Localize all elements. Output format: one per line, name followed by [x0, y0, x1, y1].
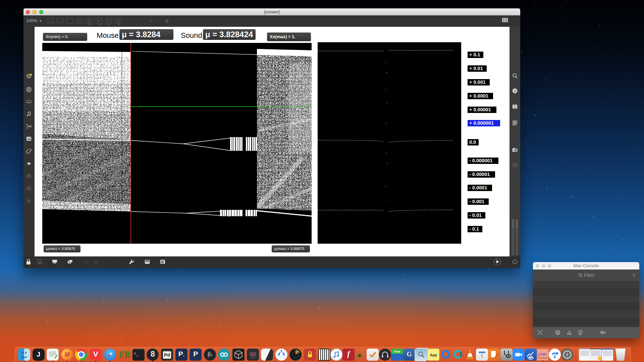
svg-text:b: b	[28, 187, 30, 190]
svg-text:intel: intel	[528, 357, 533, 359]
svg-text:v: v	[28, 174, 30, 178]
